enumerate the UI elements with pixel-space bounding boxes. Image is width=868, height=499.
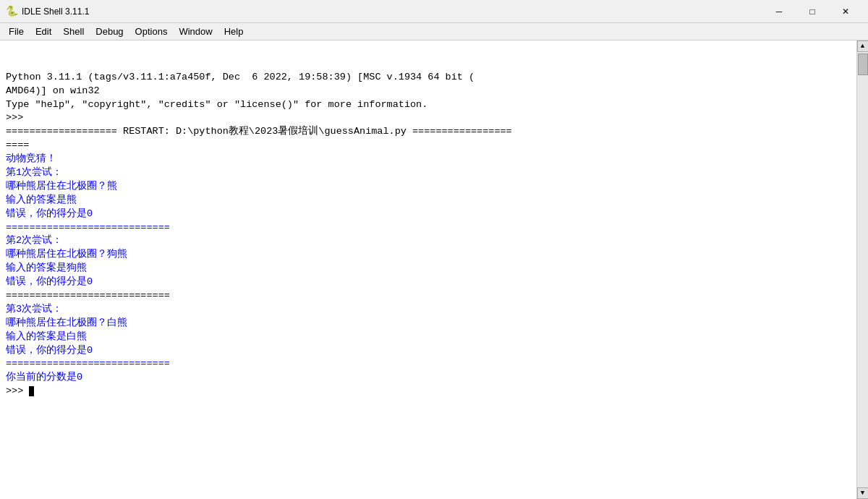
shell-output-3-2: 输入的答案是白熊 [6, 330, 851, 344]
shell-output-2-3: 错误，你的得分是0 [6, 276, 851, 289]
shell-output[interactable]: Python 3.11.1 (tags/v3.11.1:a7a450f, Dec… [0, 40, 856, 499]
shell-output-2-0: 第2次尝试： [6, 234, 851, 248]
cursor [29, 386, 34, 396]
shell-output-3-3: 错误，你的得分是0 [6, 344, 851, 358]
menu-item-window[interactable]: Window [173, 24, 218, 40]
menu-item-edit[interactable]: Edit [30, 24, 57, 40]
shell-output-1: 第1次尝试： [6, 166, 851, 180]
title-bar: 🐍 IDLE Shell 3.11.1 ─ □ ✕ [0, 0, 868, 23]
shell-restart-line: =================== RESTART: D:\python教程… [6, 125, 851, 139]
menu-bar: FileEditShellDebugOptionsWindowHelp [0, 23, 868, 40]
shell-output-0: 动物竞猜！ [6, 153, 851, 166]
shell-restart-line2: ==== [6, 139, 851, 153]
scroll-track[interactable] [857, 52, 869, 487]
final-prompt[interactable]: >>> [6, 385, 851, 398]
menu-item-debug[interactable]: Debug [90, 24, 129, 40]
menu-item-options[interactable]: Options [129, 24, 174, 40]
separator-1: ============================ [6, 221, 851, 235]
shell-line-sysinfo1: Python 3.11.1 (tags/v3.11.1:a7a450f, Dec… [6, 71, 851, 85]
shell-output-4: 错误，你的得分是0 [6, 208, 851, 221]
shell-output-3: 输入的答案是熊 [6, 194, 851, 208]
shell-line-sysinfo2: AMD64)] on win32 [6, 85, 851, 98]
window-title: IDLE Shell 3.11.1 [22, 7, 762, 17]
scroll-up-button[interactable]: ▲ [857, 40, 869, 52]
minimize-button[interactable]: ─ [762, 0, 796, 23]
maximize-button[interactable]: □ [796, 0, 829, 23]
score-line: 你当前的分数是0 [6, 371, 851, 385]
scroll-thumb[interactable] [858, 54, 868, 75]
shell-output-3-0: 第3次尝试： [6, 303, 851, 317]
shell-output-3-1: 哪种熊居住在北极圈？白熊 [6, 317, 851, 330]
shell-line-sysinfo3: Type "help", "copyright", "credits" or "… [6, 98, 851, 112]
scroll-down-button[interactable]: ▼ [857, 487, 869, 499]
shell-container: Python 3.11.1 (tags/v3.11.1:a7a450f, Dec… [0, 40, 868, 499]
menu-item-help[interactable]: Help [218, 24, 250, 40]
menu-item-shell[interactable]: Shell [57, 24, 90, 40]
shell-output-2: 哪种熊居住在北极圈？熊 [6, 180, 851, 194]
separator-2: ============================ [6, 289, 851, 303]
shell-output-2-2: 输入的答案是狗熊 [6, 262, 851, 276]
scrollbar[interactable]: ▲ ▼ [856, 40, 868, 499]
window-controls: ─ □ ✕ [762, 0, 862, 23]
close-button[interactable]: ✕ [829, 0, 862, 23]
separator-3: ============================ [6, 357, 851, 371]
shell-prompt-1: >>> [6, 111, 851, 125]
menu-item-file[interactable]: File [3, 24, 30, 40]
shell-output-2-1: 哪种熊居住在北极圈？狗熊 [6, 248, 851, 262]
app-icon: 🐍 [6, 6, 17, 17]
